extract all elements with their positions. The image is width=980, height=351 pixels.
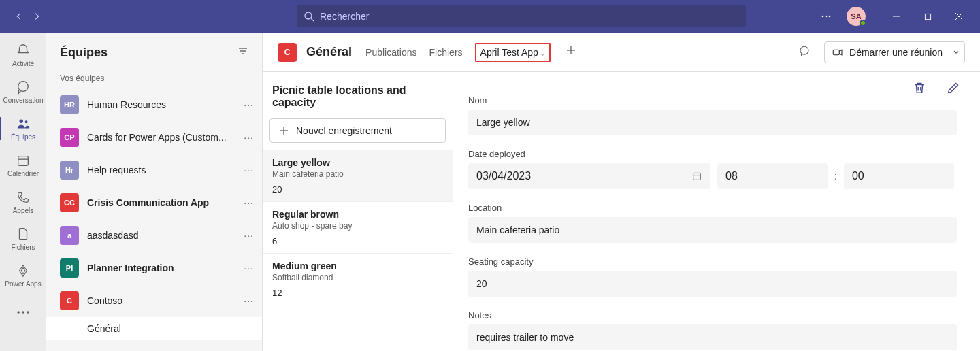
plus-icon <box>278 125 289 136</box>
input-nom[interactable]: Large yellow <box>468 110 957 135</box>
svg-point-14 <box>17 311 20 314</box>
team-name: Help requests <box>87 165 235 176</box>
app-rail: Activité Conversation Équipes Calendrier… <box>0 33 46 351</box>
team-avatar: CP <box>60 128 79 147</box>
svg-rect-26 <box>693 173 701 180</box>
input-location[interactable]: Main cafeteria patio <box>468 217 957 243</box>
rail-calls[interactable]: Appels <box>0 184 46 220</box>
chevron-down-icon: ⌄ <box>540 50 545 57</box>
records-list: Picnic table locations and capacity Nouv… <box>263 72 453 351</box>
record-number: 20 <box>272 184 443 195</box>
team-avatar: a <box>60 226 79 245</box>
title-bar: Rechercher SA <box>0 0 980 33</box>
svg-point-22 <box>800 46 808 54</box>
team-row[interactable]: CContoso··· <box>46 284 262 317</box>
team-row[interactable]: HrHelp requests··· <box>46 154 262 186</box>
records-title: Picnic table locations and capacity <box>263 72 453 118</box>
label-date: Date deployed <box>468 149 957 159</box>
minimize-button[interactable] <box>881 5 912 27</box>
svg-point-9 <box>18 82 29 92</box>
back-button[interactable] <box>11 5 27 27</box>
filter-button[interactable] <box>238 46 248 59</box>
team-row[interactable]: CPCards for Power Apps (Custom...··· <box>46 121 262 154</box>
record-subtitle: Softball diamond <box>272 273 443 282</box>
team-avatar: CC <box>60 193 79 212</box>
input-notes[interactable]: requires trailer to move <box>468 324 957 350</box>
edit-button[interactable] <box>946 80 961 98</box>
label-notes: Notes <box>468 310 957 320</box>
label-nom: Nom <box>468 95 957 105</box>
forward-button[interactable] <box>29 5 45 27</box>
tab-app[interactable]: April Test App⌄ <box>475 43 551 62</box>
detail-pane: Nom Large yellow Date deployed 03/04/202… <box>453 72 980 351</box>
label-location: Location <box>468 203 957 213</box>
video-icon <box>832 46 844 58</box>
team-more-button[interactable]: ··· <box>244 197 254 208</box>
channel-general[interactable]: Général <box>46 317 262 340</box>
input-hour[interactable]: 08 <box>717 163 828 189</box>
calendar-icon <box>691 171 702 182</box>
team-name: Human Resources <box>87 99 235 110</box>
meet-now-button[interactable]: Démarrer une réunion <box>824 41 950 63</box>
channel-header: C Général Publications Fichiers April Te… <box>263 33 980 72</box>
team-name: Planner Integration <box>87 263 235 273</box>
more-options-button[interactable] <box>815 5 837 27</box>
team-row[interactable]: CCCrisis Communication App··· <box>46 186 262 219</box>
svg-line-1 <box>311 18 314 21</box>
record-item[interactable]: Medium greenSoftball diamond12 <box>263 253 453 305</box>
team-more-button[interactable]: ··· <box>244 132 254 143</box>
add-tab-button[interactable] <box>563 45 579 59</box>
rail-teams[interactable]: Équipes <box>0 110 46 147</box>
team-more-button[interactable]: ··· <box>244 263 254 273</box>
rail-activity[interactable]: Activité <box>0 37 46 73</box>
team-more-button[interactable]: ··· <box>244 99 254 110</box>
search-input[interactable]: Rechercher <box>297 5 746 27</box>
team-name: Cards for Power Apps (Custom... <box>87 132 235 143</box>
tab-files[interactable]: Fichiers <box>429 35 463 70</box>
record-name: Regular brown <box>272 209 443 220</box>
rail-chat[interactable]: Conversation <box>0 73 46 110</box>
user-avatar[interactable]: SA <box>847 7 866 26</box>
svg-point-4 <box>829 16 831 18</box>
rail-powerapps[interactable]: Power Apps <box>0 257 46 294</box>
rail-calendar[interactable]: Calendrier <box>0 147 46 184</box>
rail-more[interactable] <box>0 294 46 331</box>
svg-point-3 <box>826 16 828 18</box>
teams-panel: Équipes Vos équipes HRHuman Resources···… <box>46 33 263 351</box>
input-minute[interactable]: 00 <box>844 163 954 189</box>
svg-rect-6 <box>925 14 930 19</box>
team-more-button[interactable]: ··· <box>244 165 254 176</box>
record-name: Medium green <box>272 261 443 271</box>
team-row[interactable]: PIPlanner Integration··· <box>46 252 262 284</box>
rail-files[interactable]: Fichiers <box>0 220 46 257</box>
record-item[interactable]: Regular brownAuto shop - spare bay6 <box>263 201 453 253</box>
team-row[interactable]: HRHuman Resources··· <box>46 88 262 121</box>
record-item[interactable]: Large yellowMain cafeteria patio20 <box>263 150 453 201</box>
new-record-button[interactable]: Nouvel enregistrement <box>270 118 446 143</box>
close-button[interactable] <box>943 5 975 27</box>
team-name: aasdasdasd <box>87 230 235 241</box>
label-capacity: Seating capacity <box>468 256 957 267</box>
team-avatar: PI <box>60 258 79 278</box>
team-row[interactable]: aaasdasdasd··· <box>46 219 262 252</box>
delete-button[interactable] <box>912 80 927 98</box>
avatar-initials: SA <box>851 12 861 20</box>
meet-dropdown-button[interactable] <box>947 41 965 63</box>
reply-button[interactable] <box>794 41 815 64</box>
search-icon <box>304 11 314 22</box>
team-more-button[interactable]: ··· <box>244 230 254 241</box>
team-avatar: Hr <box>60 161 79 180</box>
svg-point-16 <box>27 311 29 314</box>
tab-posts[interactable]: Publications <box>365 35 417 70</box>
search-placeholder: Rechercher <box>320 11 369 22</box>
input-capacity[interactable]: 20 <box>468 271 957 297</box>
teams-section-label: Vos équipes <box>46 72 262 88</box>
svg-point-11 <box>25 120 28 123</box>
teams-panel-title: Équipes <box>60 46 108 60</box>
maximize-button[interactable] <box>912 5 943 27</box>
team-more-button[interactable]: ··· <box>244 295 254 306</box>
svg-point-0 <box>305 12 312 19</box>
input-date[interactable]: 03/04/2023 <box>468 163 710 189</box>
svg-rect-23 <box>833 50 839 55</box>
team-avatar: C <box>60 291 79 310</box>
